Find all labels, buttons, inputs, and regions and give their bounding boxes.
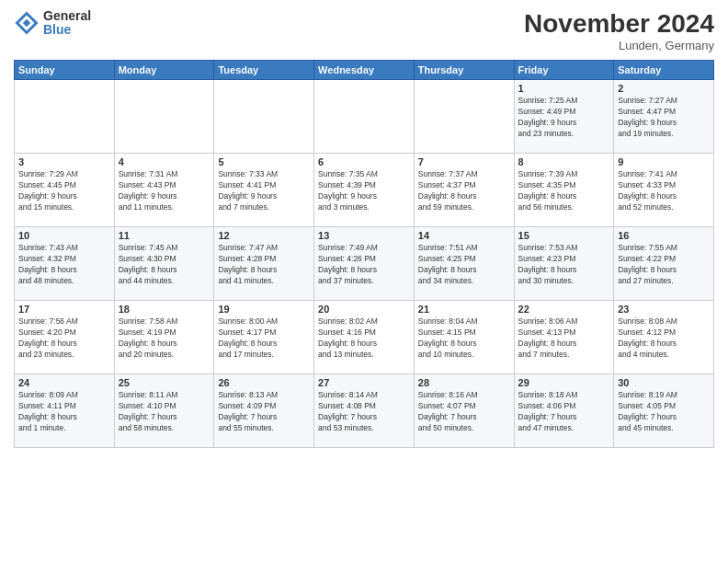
day-info: Sunrise: 7:25 AM Sunset: 4:49 PM Dayligh… xyxy=(518,96,610,140)
day-info: Sunrise: 7:35 AM Sunset: 4:39 PM Dayligh… xyxy=(318,169,410,213)
day-number: 19 xyxy=(218,304,310,315)
day-info: Sunrise: 7:53 AM Sunset: 4:23 PM Dayligh… xyxy=(518,243,610,287)
day-number: 18 xyxy=(119,304,210,315)
day-info: Sunrise: 7:45 AM Sunset: 4:30 PM Dayligh… xyxy=(119,243,210,287)
day-info: Sunrise: 8:18 AM Sunset: 4:06 PM Dayligh… xyxy=(518,390,610,434)
day-number: 15 xyxy=(518,230,610,241)
table-row: 19Sunrise: 8:00 AM Sunset: 4:17 PM Dayli… xyxy=(214,301,314,374)
day-info: Sunrise: 8:14 AM Sunset: 4:08 PM Dayligh… xyxy=(318,390,410,434)
col-friday: Friday xyxy=(514,61,614,80)
day-info: Sunrise: 7:37 AM Sunset: 4:37 PM Dayligh… xyxy=(418,169,510,213)
day-number: 17 xyxy=(18,304,110,315)
day-info: Sunrise: 7:27 AM Sunset: 4:47 PM Dayligh… xyxy=(618,96,710,140)
day-info: Sunrise: 7:33 AM Sunset: 4:41 PM Dayligh… xyxy=(218,169,310,213)
day-number: 22 xyxy=(518,304,610,315)
table-row: 7Sunrise: 7:37 AM Sunset: 4:37 PM Daylig… xyxy=(414,154,514,227)
day-info: Sunrise: 7:41 AM Sunset: 4:33 PM Dayligh… xyxy=(618,169,710,213)
month-title: November 2024 xyxy=(524,9,714,39)
table-row xyxy=(414,80,514,154)
table-row: 10Sunrise: 7:43 AM Sunset: 4:32 PM Dayli… xyxy=(15,227,115,301)
table-row: 14Sunrise: 7:51 AM Sunset: 4:25 PM Dayli… xyxy=(414,227,514,301)
day-info: Sunrise: 8:08 AM Sunset: 4:12 PM Dayligh… xyxy=(618,316,710,361)
table-row xyxy=(114,80,214,154)
table-row xyxy=(314,80,415,154)
day-number: 26 xyxy=(218,377,310,388)
table-row: 16Sunrise: 7:55 AM Sunset: 4:22 PM Dayli… xyxy=(614,227,714,301)
day-number: 20 xyxy=(318,304,410,315)
col-tuesday: Tuesday xyxy=(214,61,314,80)
day-number: 1 xyxy=(518,83,610,94)
table-row xyxy=(15,80,115,154)
day-number: 29 xyxy=(518,377,610,388)
table-row: 8Sunrise: 7:39 AM Sunset: 4:35 PM Daylig… xyxy=(514,154,614,227)
col-monday: Monday xyxy=(114,61,214,80)
table-row: 15Sunrise: 7:53 AM Sunset: 4:23 PM Dayli… xyxy=(514,227,614,301)
day-info: Sunrise: 7:39 AM Sunset: 4:35 PM Dayligh… xyxy=(518,169,610,213)
day-info: Sunrise: 7:56 AM Sunset: 4:20 PM Dayligh… xyxy=(18,316,110,361)
logo-icon xyxy=(14,10,40,36)
day-number: 5 xyxy=(218,156,310,167)
day-info: Sunrise: 8:11 AM Sunset: 4:10 PM Dayligh… xyxy=(119,390,210,434)
table-row: 27Sunrise: 8:14 AM Sunset: 4:08 PM Dayli… xyxy=(314,374,415,448)
day-info: Sunrise: 8:02 AM Sunset: 4:16 PM Dayligh… xyxy=(318,316,410,361)
day-number: 28 xyxy=(418,377,510,388)
day-info: Sunrise: 8:06 AM Sunset: 4:13 PM Dayligh… xyxy=(518,316,610,361)
table-row: 21Sunrise: 8:04 AM Sunset: 4:15 PM Dayli… xyxy=(414,301,514,374)
day-number: 4 xyxy=(119,156,210,167)
day-number: 30 xyxy=(618,377,710,388)
day-info: Sunrise: 8:04 AM Sunset: 4:15 PM Dayligh… xyxy=(418,316,510,361)
logo-line1: General xyxy=(43,9,91,23)
day-info: Sunrise: 7:49 AM Sunset: 4:26 PM Dayligh… xyxy=(318,243,410,287)
table-row: 29Sunrise: 8:18 AM Sunset: 4:06 PM Dayli… xyxy=(514,374,614,448)
table-row: 11Sunrise: 7:45 AM Sunset: 4:30 PM Dayli… xyxy=(114,227,214,301)
logo-line2: Blue xyxy=(43,23,91,37)
day-number: 16 xyxy=(618,230,710,241)
day-info: Sunrise: 7:47 AM Sunset: 4:28 PM Dayligh… xyxy=(218,243,310,287)
day-number: 11 xyxy=(119,230,210,241)
table-row: 3Sunrise: 7:29 AM Sunset: 4:45 PM Daylig… xyxy=(15,154,115,227)
calendar-week-4: 24Sunrise: 8:09 AM Sunset: 4:11 PM Dayli… xyxy=(15,374,714,448)
day-info: Sunrise: 7:58 AM Sunset: 4:19 PM Dayligh… xyxy=(119,316,210,361)
table-row: 28Sunrise: 8:16 AM Sunset: 4:07 PM Dayli… xyxy=(414,374,514,448)
day-number: 3 xyxy=(18,156,110,167)
location: Lunden, Germany xyxy=(524,39,714,52)
day-info: Sunrise: 8:09 AM Sunset: 4:11 PM Dayligh… xyxy=(18,390,110,434)
day-number: 25 xyxy=(119,377,210,388)
calendar-header-row: Sunday Monday Tuesday Wednesday Thursday… xyxy=(15,61,714,80)
day-number: 2 xyxy=(618,83,710,94)
table-row: 9Sunrise: 7:41 AM Sunset: 4:33 PM Daylig… xyxy=(614,154,714,227)
day-number: 13 xyxy=(318,230,410,241)
calendar-week-1: 3Sunrise: 7:29 AM Sunset: 4:45 PM Daylig… xyxy=(15,154,714,227)
day-number: 27 xyxy=(318,377,410,388)
day-info: Sunrise: 8:19 AM Sunset: 4:05 PM Dayligh… xyxy=(618,390,710,434)
table-row: 26Sunrise: 8:13 AM Sunset: 4:09 PM Dayli… xyxy=(214,374,314,448)
table-row: 24Sunrise: 8:09 AM Sunset: 4:11 PM Dayli… xyxy=(15,374,115,448)
day-info: Sunrise: 8:00 AM Sunset: 4:17 PM Dayligh… xyxy=(218,316,310,361)
calendar-week-0: 1Sunrise: 7:25 AM Sunset: 4:49 PM Daylig… xyxy=(15,80,714,154)
day-info: Sunrise: 7:51 AM Sunset: 4:25 PM Dayligh… xyxy=(418,243,510,287)
day-info: Sunrise: 7:43 AM Sunset: 4:32 PM Dayligh… xyxy=(18,243,110,287)
table-row xyxy=(214,80,314,154)
table-row: 1Sunrise: 7:25 AM Sunset: 4:49 PM Daylig… xyxy=(514,80,614,154)
day-number: 8 xyxy=(518,156,610,167)
table-row: 22Sunrise: 8:06 AM Sunset: 4:13 PM Dayli… xyxy=(514,301,614,374)
day-info: Sunrise: 7:55 AM Sunset: 4:22 PM Dayligh… xyxy=(618,243,710,287)
table-row: 12Sunrise: 7:47 AM Sunset: 4:28 PM Dayli… xyxy=(214,227,314,301)
table-row: 17Sunrise: 7:56 AM Sunset: 4:20 PM Dayli… xyxy=(15,301,115,374)
table-row: 6Sunrise: 7:35 AM Sunset: 4:39 PM Daylig… xyxy=(314,154,415,227)
calendar-week-3: 17Sunrise: 7:56 AM Sunset: 4:20 PM Dayli… xyxy=(15,301,714,374)
table-row: 20Sunrise: 8:02 AM Sunset: 4:16 PM Dayli… xyxy=(314,301,415,374)
table-row: 30Sunrise: 8:19 AM Sunset: 4:05 PM Dayli… xyxy=(614,374,714,448)
day-number: 21 xyxy=(418,304,510,315)
day-number: 24 xyxy=(18,377,110,388)
table-row: 2Sunrise: 7:27 AM Sunset: 4:47 PM Daylig… xyxy=(614,80,714,154)
logo: General Blue xyxy=(14,9,91,38)
day-number: 14 xyxy=(418,230,510,241)
table-row: 25Sunrise: 8:11 AM Sunset: 4:10 PM Dayli… xyxy=(114,374,214,448)
header: General Blue November 2024 Lunden, Germa… xyxy=(14,9,714,52)
table-row: 23Sunrise: 8:08 AM Sunset: 4:12 PM Dayli… xyxy=(614,301,714,374)
calendar-table: Sunday Monday Tuesday Wednesday Thursday… xyxy=(14,60,714,448)
col-sunday: Sunday xyxy=(15,61,115,80)
day-info: Sunrise: 8:13 AM Sunset: 4:09 PM Dayligh… xyxy=(218,390,310,434)
table-row: 18Sunrise: 7:58 AM Sunset: 4:19 PM Dayli… xyxy=(114,301,214,374)
